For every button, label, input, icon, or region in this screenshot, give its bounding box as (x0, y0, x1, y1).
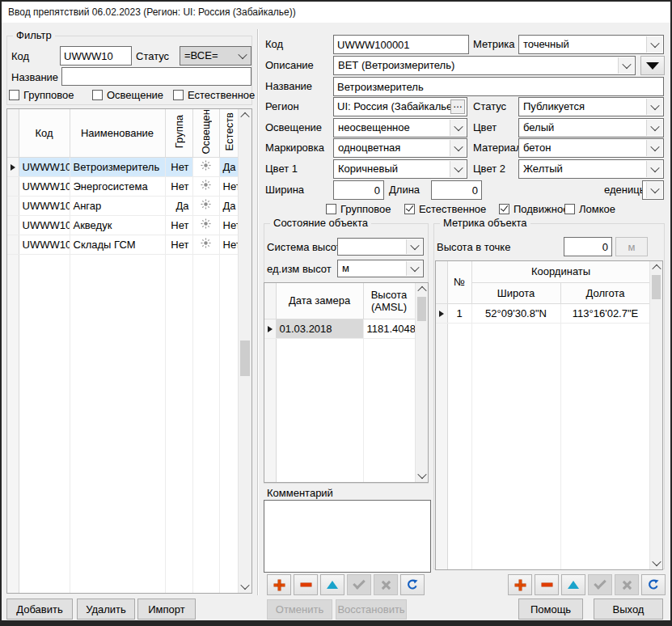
grid-col-name[interactable]: Наименование (70, 109, 165, 157)
chevron-down-icon[interactable] (618, 57, 634, 74)
units-combo[interactable] (642, 180, 664, 200)
scroll-up-icon[interactable] (416, 283, 428, 296)
browse-button[interactable]: … (450, 99, 465, 114)
status-combo[interactable]: Публикуется (518, 97, 664, 116)
filter-code-input[interactable] (60, 46, 132, 66)
scroll-down-icon[interactable] (416, 469, 428, 482)
height-system-combo[interactable] (337, 238, 424, 256)
delete-button[interactable]: Удалить (77, 599, 135, 620)
chevron-down-icon[interactable] (450, 161, 466, 177)
col-longitude[interactable]: Долгота (560, 282, 650, 303)
table-row[interactable]: UWWW10 Ветроизмеритель Нет Да (7, 157, 239, 176)
grid-col-code[interactable]: Код (19, 109, 70, 157)
width-input[interactable] (333, 180, 384, 200)
color1-label: Цвет 1 (265, 160, 298, 178)
scrollbar-thumb[interactable] (417, 297, 426, 321)
filter-status-value: =ВСЕ= (184, 47, 233, 65)
chevron-down-icon[interactable] (646, 120, 662, 136)
length-input[interactable] (431, 180, 482, 200)
table-row[interactable]: UWWW10 Энергосистема Нет Нет (7, 176, 239, 196)
col-coordinates[interactable]: Координаты (471, 261, 650, 282)
description-dropdown-button[interactable] (640, 56, 665, 75)
chevron-down-icon[interactable] (450, 140, 466, 156)
col-num[interactable]: № (447, 261, 471, 303)
table-row[interactable]: UWWW10 Склады ГСМ Нет Нет (7, 235, 239, 254)
lighting-combo[interactable]: неосвещенное (333, 118, 467, 137)
grid-col-natural[interactable]: Естеств (219, 109, 239, 157)
chevron-down-icon[interactable] (450, 120, 466, 136)
chevron-down-icon[interactable] (235, 48, 250, 64)
color1-combo[interactable]: Коричневый (333, 159, 467, 179)
movable-checkbox-label: Подвижное (514, 201, 568, 218)
scroll-down-icon[interactable] (239, 580, 251, 593)
coord-add-button[interactable] (508, 574, 532, 595)
add-button[interactable]: Добавить (6, 599, 73, 620)
width-label: Ширина (265, 181, 304, 199)
grid-col-lit[interactable]: Освещен (192, 109, 219, 157)
coordinates-grid-scrollbar[interactable] (649, 261, 662, 569)
color-combo[interactable]: белый (518, 118, 664, 137)
filter-natural-checkbox[interactable] (173, 90, 184, 100)
grid-filler (436, 323, 650, 569)
table-row[interactable]: UWWW10 Акведук Нет Нет (7, 215, 239, 235)
group-checkbox[interactable] (326, 204, 336, 214)
chevron-down-icon[interactable] (406, 239, 422, 254)
height-grid-scrollbar[interactable] (415, 283, 428, 482)
triangle-up-icon (327, 581, 338, 589)
table-row[interactable]: 01.03.2018 1181.4048 (264, 319, 415, 338)
chevron-down-icon[interactable] (646, 182, 662, 198)
fragile-checkbox-label: Ломкое (579, 201, 615, 218)
col-measure-date[interactable]: Дата замера (276, 283, 363, 319)
chevron-down-icon[interactable] (646, 99, 662, 115)
height-history-grid[interactable]: Дата замера Высота (AMSL) 01.03.2018 118… (264, 282, 429, 483)
marking-combo[interactable]: одноцветная (333, 138, 467, 158)
description-combo[interactable]: ВЕТ (Ветроизмеритель) (333, 56, 636, 75)
chevron-down-icon[interactable] (646, 140, 662, 156)
sun-icon (192, 215, 219, 235)
grid-scrollbar[interactable] (238, 109, 251, 593)
scroll-down-icon[interactable] (650, 556, 662, 569)
table-row[interactable]: 1 52°09'30.8"N 113°16'02.7"E (436, 303, 650, 323)
filter-light-checkbox[interactable] (92, 90, 103, 100)
height-delete-button[interactable] (294, 574, 318, 595)
chevron-down-icon[interactable] (646, 161, 662, 177)
col-latitude[interactable]: Широта (471, 282, 560, 303)
table-row[interactable]: UWWW10 Ангар Да Да (7, 196, 239, 215)
coord-refresh-button[interactable] (641, 574, 666, 595)
obstacle-grid[interactable]: Код Наименование Группа Освещен Естеств … (6, 108, 252, 594)
coordinates-grid[interactable]: № Координаты Широта Долгота 1 52°09'30.8… (435, 260, 663, 570)
scroll-up-icon[interactable] (239, 109, 251, 122)
scrollbar-thumb[interactable] (240, 340, 250, 376)
region-field[interactable]: UI: Россия (Забайкалье) … (333, 97, 467, 116)
exit-button[interactable]: Выход (594, 599, 663, 620)
color2-combo[interactable]: Желтый (518, 159, 664, 179)
metric-combo[interactable]: точечный (518, 35, 664, 54)
help-button[interactable]: Помощь (518, 599, 583, 620)
import-button[interactable]: Импорт (137, 599, 196, 620)
height-units-combo[interactable]: м (337, 260, 424, 277)
movable-checkbox[interactable] (499, 204, 509, 214)
height-add-button[interactable] (267, 574, 291, 595)
scrollbar-thumb[interactable] (652, 275, 661, 299)
point-height-input[interactable] (564, 237, 612, 256)
height-edit-button[interactable] (320, 574, 344, 595)
comment-textarea[interactable] (264, 500, 431, 573)
coord-delete-button[interactable] (535, 574, 559, 595)
chevron-down-icon[interactable] (406, 261, 422, 276)
titlebar[interactable]: Ввод препятствий 06.02.2023 (Регион: UI:… (2, 2, 670, 23)
detail-name-input[interactable] (333, 77, 664, 96)
chevron-down-icon[interactable] (646, 36, 662, 53)
col-height-amsl[interactable]: Высота (AMSL) (363, 283, 415, 319)
filter-status-combo[interactable]: =ВСЕ= (180, 46, 251, 66)
scroll-up-icon[interactable] (650, 261, 662, 274)
material-combo[interactable]: бетон (518, 138, 664, 158)
natural-checkbox[interactable] (404, 204, 415, 214)
filter-name-input[interactable] (61, 67, 251, 86)
coord-edit-button[interactable] (561, 574, 585, 595)
detail-code-input[interactable] (333, 35, 469, 54)
grid-col-group[interactable]: Группа (165, 109, 192, 157)
height-refresh-button[interactable] (400, 574, 425, 595)
filter-group-checkbox[interactable] (9, 90, 19, 100)
color2-label: Цвет 2 (473, 160, 505, 178)
fragile-checkbox[interactable] (564, 204, 575, 214)
